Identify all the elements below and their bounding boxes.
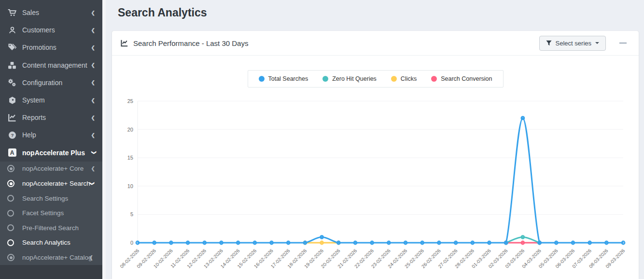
- circle-icon: [7, 239, 18, 246]
- legend-dot: [322, 76, 328, 82]
- data-point: [588, 241, 591, 244]
- sidebar-item-label: nopAccelerate Plus: [22, 149, 85, 157]
- legend-item-total-searches[interactable]: Total Searches: [258, 75, 308, 82]
- y-axis-label: 25: [127, 98, 133, 104]
- legend-item-search-conversion[interactable]: Search Conversion: [431, 75, 492, 82]
- chevron-left-icon: ❮: [91, 10, 95, 15]
- data-point: [387, 241, 390, 244]
- sidebar-item-configuration[interactable]: Configuration ❮: [0, 74, 102, 91]
- y-axis-label: 10: [127, 183, 133, 189]
- sidebar-item-label: Facet Settings: [22, 209, 64, 217]
- sidebar-item-help[interactable]: ? Help ❮: [0, 126, 102, 144]
- legend-dot: [258, 76, 264, 82]
- sidebar-item-label: nopAccelerate+ Search: [22, 180, 90, 187]
- sidebar-item-label: Promotions: [22, 44, 56, 51]
- cube-icon: [7, 96, 17, 104]
- sidebar-item-label: Search Settings: [22, 195, 68, 202]
- chevron-down-icon: ❮: [90, 150, 96, 154]
- legend-dot: [431, 76, 437, 82]
- data-point: [136, 241, 139, 244]
- legend-label: Clicks: [401, 75, 417, 82]
- legend-label: Search Conversion: [441, 75, 492, 82]
- chevron-left-icon: ❮: [91, 115, 95, 120]
- data-point: [421, 241, 424, 244]
- chevron-left-icon: ❮: [91, 166, 95, 171]
- data-point: [521, 241, 524, 244]
- data-point: [521, 117, 524, 119]
- data-point: [304, 241, 307, 244]
- sidebar-item-label: Reports: [22, 114, 46, 121]
- chart-legend: Total Searches Zero Hit Queries Clicks S…: [247, 70, 503, 88]
- sidebar-item-nopaccelerate-catalog[interactable]: nopAccelerate+ Catalog ❮: [0, 250, 102, 265]
- sidebar-scrollbar[interactable]: [102, 0, 106, 279]
- svg-text:?: ?: [11, 132, 14, 138]
- chart-line-icon: [120, 39, 128, 47]
- data-point: [203, 241, 206, 244]
- circle-icon: [7, 224, 18, 231]
- sidebar-item-label: nopAccelerate+ Core: [22, 165, 84, 172]
- sidebar-item-label: Content management: [22, 61, 87, 69]
- legend-item-clicks[interactable]: Clicks: [391, 75, 417, 82]
- cart-icon: [7, 8, 17, 17]
- sidebar-item-content-management[interactable]: Content management ❮: [0, 57, 102, 74]
- sidebar-item-system[interactable]: System ❮: [0, 91, 102, 109]
- data-point: [337, 241, 340, 244]
- data-point: [354, 241, 357, 244]
- sidebar-item-label: System: [22, 96, 45, 104]
- data-point: [454, 241, 457, 244]
- line-chart: 051015202508-02-202609-02-202610-02-2026…: [112, 56, 639, 279]
- a-badge-icon: A: [7, 148, 17, 157]
- data-point: [555, 241, 558, 244]
- data-point: [488, 241, 490, 244]
- sidebar-item-promotions[interactable]: Promotions ❮: [0, 39, 102, 56]
- legend-label: Total Searches: [268, 75, 308, 82]
- sidebar-item-nopaccelerate-core[interactable]: nopAccelerate+ Core ❮: [0, 162, 102, 176]
- y-axis-label: 0: [130, 240, 133, 246]
- data-point: [504, 241, 507, 244]
- data-point: [253, 241, 256, 244]
- data-point: [605, 241, 608, 244]
- data-point: [404, 241, 407, 244]
- data-point: [169, 241, 172, 244]
- sidebar-item-nopaccelerate-search[interactable]: nopAccelerate+ Search ❮: [0, 176, 102, 191]
- legend-item-zero-hit-queries[interactable]: Zero Hit Queries: [322, 75, 377, 82]
- sidebar-item-label: nopAccelerate+ Catalog: [22, 254, 92, 261]
- select-series-label: Select series: [556, 40, 591, 47]
- sidebar-item-customers[interactable]: Customers ❮: [0, 21, 102, 39]
- sidebar-item-label: Search Analytics: [22, 239, 70, 246]
- data-point: [572, 241, 574, 244]
- data-point: [622, 241, 625, 244]
- sidebar-item-facet-settings[interactable]: Facet Settings: [0, 206, 102, 220]
- data-point: [471, 241, 474, 244]
- card-title: Search Performance - Last 30 Days: [133, 39, 248, 47]
- y-axis-label: 20: [127, 127, 133, 132]
- data-point: [287, 241, 290, 244]
- data-point: [320, 241, 323, 244]
- select-series-button[interactable]: Select series: [539, 36, 606, 51]
- series-line: [138, 118, 623, 243]
- sidebar-item-reports[interactable]: Reports ❮: [0, 109, 102, 126]
- filter-icon: [546, 40, 552, 46]
- data-point: [320, 235, 323, 238]
- data-point: [370, 241, 373, 244]
- data-point: [186, 241, 189, 244]
- sidebar-item-nopaccelerate-plus[interactable]: A nopAccelerate Plus ❮: [0, 144, 102, 162]
- chevron-down-icon: ❮: [88, 181, 94, 185]
- sidebar-item-sales[interactable]: Sales ❮: [0, 4, 102, 21]
- y-axis-label: 5: [130, 211, 133, 217]
- sidebar-item-search-settings[interactable]: Search Settings: [0, 191, 102, 206]
- sidebar-item-search-analytics[interactable]: Search Analytics: [0, 235, 102, 250]
- sidebar-item-pre-filtered-search[interactable]: Pre-Filtered Search: [0, 220, 102, 235]
- circle-icon: [7, 195, 18, 202]
- tags-icon: [7, 43, 17, 52]
- card-header: Search Performance - Last 30 Days Select…: [112, 31, 639, 56]
- caret-down-icon: [595, 42, 599, 46]
- chevron-left-icon: ❮: [91, 80, 95, 85]
- chevron-left-icon: ❮: [91, 132, 95, 138]
- sidebar-item-label: Customers: [22, 26, 55, 34]
- collapse-card-button[interactable]: [617, 38, 628, 48]
- chevron-left-icon: ❮: [91, 62, 95, 68]
- chevron-left-icon: ❮: [91, 98, 95, 103]
- data-point: [521, 235, 524, 238]
- question-circle-icon: ?: [7, 131, 17, 139]
